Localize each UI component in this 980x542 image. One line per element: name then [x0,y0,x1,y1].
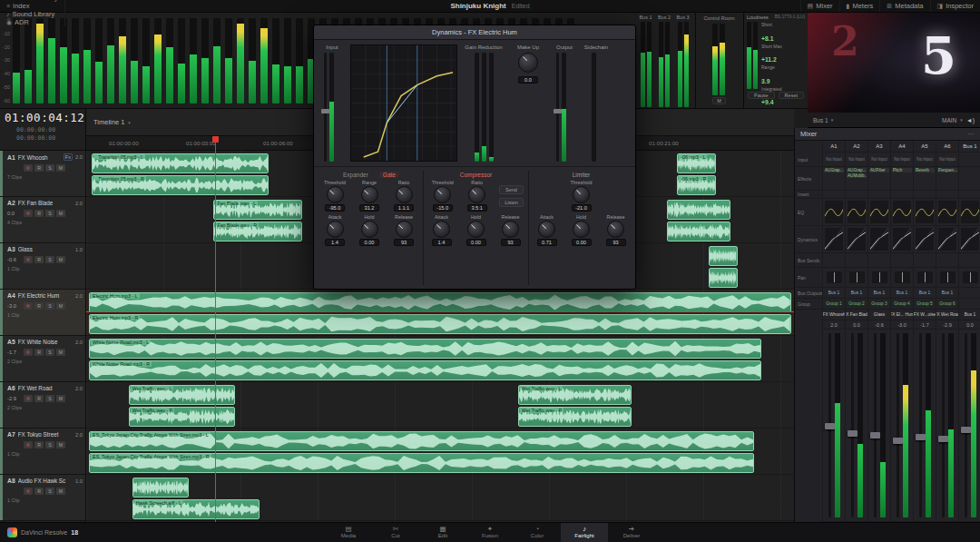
audio-clip[interactable]: ES_Tokyo Japan City Traffic Atmos With S… [89,453,754,473]
speaker-icon[interactable]: ◄) [966,117,975,123]
knob-value[interactable]: 93 [606,239,626,246]
pan-control[interactable] [872,271,887,283]
audio-clip[interactable]: Wet Traffic.wav - R [518,407,632,427]
page-tab-media[interactable]: ▤Media [325,523,372,542]
pan-control[interactable] [895,271,910,283]
dynamics-transfer-graph[interactable] [350,44,457,162]
track-r-button[interactable]: R [34,395,44,402]
strip-eq[interactable] [914,199,936,226]
strip-group[interactable]: Group 2 [846,299,867,310]
track-lane-a5[interactable]: White Noise Road.mp3 - LWhite Noise Road… [86,336,794,382]
pan-control[interactable] [963,271,978,283]
strip-effects[interactable]: AUGrap...AUMultib... [846,167,867,191]
track-m-button[interactable]: M [56,256,65,263]
strip-group[interactable]: Group 6 [936,299,958,310]
track-m-button[interactable]: M [56,302,65,310]
compressor-listen-button[interactable]: Listen [499,198,524,207]
track-s-button[interactable]: S [45,441,54,448]
gate-hold-knob[interactable]: Hold0.00 [356,214,384,246]
topbar-button-index[interactable]: ≡Index [0,2,65,10]
strip-group[interactable]: Group 4 [891,299,913,310]
timeline-name-select[interactable]: Timeline 1 [93,118,124,126]
strip-insert[interactable] [891,191,913,199]
track-header-a4[interactable]: A4FX Electric Hum2.0-3.0RSM1 Clip [0,290,85,336]
track-m-button[interactable]: M [56,395,65,402]
compressor-release-knob[interactable]: Release93 [496,214,524,246]
audio-clip[interactable]: Electric Hum.mp3 - R [89,314,791,334]
gate-ratio-knob[interactable]: Ratio1.1:1 [390,180,418,212]
topbar-button-inspector[interactable]: ◨Inspector [930,0,980,12]
strip-insert[interactable] [846,191,867,199]
fx-badge[interactable]: Fx [64,153,73,161]
audio-clip[interactable] [709,246,737,266]
knob-value[interactable]: 1.4 [432,239,452,246]
strip-input[interactable]: No Input [823,153,845,167]
compressor-ratio-knob[interactable]: Ratio3.5:1 [463,180,491,212]
record-arm-button[interactable] [24,302,33,310]
knob-value[interactable]: 0.00 [572,239,592,246]
strip-pan[interactable] [936,268,958,288]
monitor-output-select[interactable]: MAIN [942,117,956,123]
track-header-a7[interactable]: A7FX Tokyo Street2.0RSM1 Clip [0,429,85,475]
strip-bus-sends[interactable] [823,253,845,268]
track-r-button[interactable]: R [34,441,44,448]
knob-dial[interactable] [396,186,413,203]
make-up-value[interactable]: 0.0 [518,76,538,84]
track-s-button[interactable]: S [45,302,54,310]
audio-clip[interactable]: _Transition 05.mp3 - R [92,175,269,195]
audio-clip[interactable]: -06.mp3 - R [677,175,716,195]
strip-eq[interactable] [936,199,958,226]
record-arm-button[interactable] [24,488,33,495]
strip-effects[interactable] [959,167,980,191]
strip-insert[interactable] [823,191,845,199]
track-header-a5[interactable]: A5FX White Noise2.0-1.7RSM2 Clips [0,336,85,382]
pan-control[interactable] [849,271,865,283]
knob-dial[interactable] [538,221,555,238]
limiter-threshold-knob[interactable]: Threshold-21.0 [567,180,595,212]
record-arm-button[interactable] [24,256,33,263]
output-slider[interactable] [556,53,559,162]
monitor-mute-button[interactable]: M [712,97,726,104]
mixer-strip-a3[interactable]: A3No InputAUFilterBus 1Group 3Glass-0.6 [867,141,890,522]
knob-dial[interactable] [361,186,378,203]
knob-dial[interactable] [433,221,450,238]
knob-value[interactable]: 0.71 [537,239,557,246]
strip-input[interactable] [959,153,980,167]
strip-effects[interactable]: AUFilter [868,167,890,191]
audio-clip[interactable]: Wet Traffic.wav - L [129,385,235,405]
gate-attack-knob[interactable]: Attack1.4 [321,214,349,246]
strip-input[interactable]: No Input [868,153,890,167]
page-tab-fairlight[interactable]: ♪Fairlight [561,523,608,542]
knob-dial[interactable] [573,186,590,203]
track-lane-a4[interactable]: Electric Hum.mp3 - LElectric Hum.mp3 - R [86,290,794,336]
mixer-strip-a5[interactable]: A5No InputReverbBus 1Group 5FX W...oise-… [913,141,936,522]
topbar-button-sound-library[interactable]: ♪Sound Library [0,10,65,18]
effect-plugin[interactable]: Frequen... [937,168,957,172]
track-r-button[interactable]: R [34,349,44,356]
strip-pan[interactable] [846,268,867,288]
loudness-pause-button[interactable]: Pause [748,92,775,99]
strip-bus-sends[interactable] [846,253,867,268]
record-arm-button[interactable] [24,164,33,172]
gate-threshold-knob[interactable]: Threshold-95.0 [321,180,349,212]
compressor-hold-knob[interactable]: Hold0.00 [462,214,490,246]
topbar-button-mixer[interactable]: ▤Mixer [800,0,839,12]
strip-bus-sends[interactable] [959,253,980,268]
strip-eq[interactable] [846,199,867,226]
automation-line[interactable] [86,311,794,312]
audio-clip[interactable]: Fan Blade.wav - L [213,200,302,220]
knob-dial[interactable] [361,221,378,238]
compressor-threshold-knob[interactable]: Threshold-15.0 [428,180,456,212]
track-r-button[interactable]: R [34,210,44,217]
strip-bus-sends[interactable] [868,253,890,268]
audio-clip[interactable]: Hawk Screech.aiff - L [132,499,260,519]
compressor-attack-knob[interactable]: Attack1.4 [427,214,456,246]
audio-clip[interactable]: _Transition 05.mp3 - L [92,153,269,173]
strip-group[interactable] [959,299,980,310]
knob-dial[interactable] [434,186,451,203]
strip-bus-output[interactable]: Bus 1 [936,288,958,299]
record-arm-button[interactable] [24,210,33,217]
record-arm-button[interactable] [24,441,33,448]
strip-input[interactable]: No Input [914,153,936,167]
mixer-options-icon[interactable]: ⋯ [967,131,975,138]
